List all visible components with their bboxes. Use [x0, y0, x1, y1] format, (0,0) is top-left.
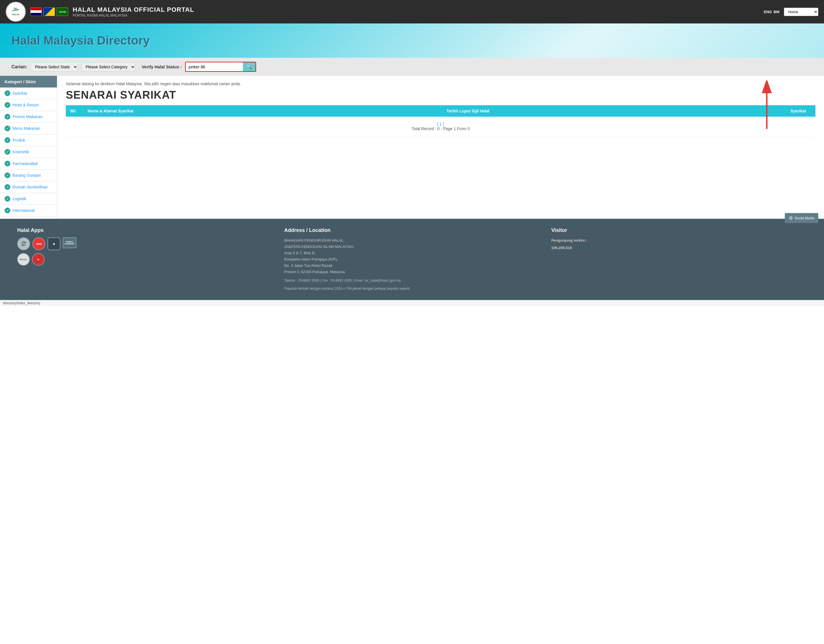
jakim-logo [43, 8, 55, 16]
col-bil: Bil [66, 105, 83, 117]
main-content: Kategori / Skim Syarikat Hotel & Resort … [0, 76, 824, 219]
social-media-button[interactable]: ⚙ Social Media [785, 213, 818, 223]
nav-home-select[interactable]: Home [784, 8, 818, 16]
app-icon-5: HALAL [17, 253, 30, 266]
sidebar-item-international[interactable]: International [0, 205, 57, 216]
check-icon-hotel [5, 102, 10, 108]
sidebar-item-barang[interactable]: Barang Gunaan [0, 170, 57, 181]
jakim-text: JAKIM [57, 8, 68, 16]
sidebar-item-rumah[interactable]: Rumah Sembelihan [0, 181, 57, 193]
results-title: SENARAI SYARIKAT [66, 89, 815, 101]
lang-eng-button[interactable]: ENG [764, 10, 772, 14]
sidebar-item-menu[interactable]: Menu Makanan [0, 123, 57, 134]
category-select[interactable]: Please Select Category [81, 62, 135, 72]
table-wrap: SENARAI SYARIKAT Bil Nama & Alamat Syari… [66, 89, 815, 136]
header-title-block: HALAL MALAYSIA OFFICIAL PORTAL PORTAL RA… [73, 6, 759, 17]
col-nama: Nama & Alamat Syarikat [83, 105, 442, 117]
app-icon-4: BURSASYARIKAT [63, 238, 76, 248]
check-icon-barang [5, 172, 10, 178]
sidebar-label-international: International [12, 208, 35, 213]
footer-display: Paparan terbaik dengan resolusi 1024 x 7… [284, 286, 540, 291]
portal-title: HALAL MALAYSIA OFFICIAL PORTAL [73, 6, 759, 14]
verify-input-wrap: 🔍 [185, 62, 256, 72]
status-bar: directory/index_directory [0, 300, 824, 306]
col-syarikat: Syarikat [781, 105, 815, 117]
app-icon-6: ♥ [32, 253, 45, 266]
sidebar-item-kosmetik[interactable]: Kosmetik [0, 146, 57, 158]
banner: Halal Malaysia Directory [0, 23, 824, 58]
sidebar-item-syarikat[interactable]: Syarikat [0, 87, 57, 99]
sidebar-item-premis[interactable]: Premis Makanan [0, 111, 57, 123]
app-icon-3: ◆ [48, 238, 60, 250]
check-icon-rumah [5, 184, 10, 190]
language-switcher: ENG BM [764, 10, 779, 14]
footer-contact: Telefon : 03-8892 5000 | Fax : 03-8892 5… [284, 278, 540, 284]
check-icon-international [5, 208, 10, 213]
sidebar-label-rumah: Rumah Sembelihan [12, 185, 48, 189]
total-record: Total Record : 0 - Page 1 From 0 [411, 126, 469, 131]
lang-bm-button[interactable]: BM [774, 10, 779, 14]
malaysia-flag [30, 8, 42, 16]
footer-visitor-label: Pengunjung terkini : [551, 238, 807, 244]
search-label: Carian: [11, 64, 27, 69]
pagination: [ 1 ] Total Record : 0 - Page 1 From 0 [71, 120, 811, 133]
check-icon-syarikat [5, 90, 10, 96]
portal-subtitle: PORTAL RASMI HALAL MALAYSIA [73, 14, 759, 17]
footer-visitor-count: 109,269,519 [551, 245, 807, 251]
results-area: Selamat datang ke direktori Halal Malays… [57, 76, 824, 219]
footer-apps-title: Halal Apps [17, 227, 273, 233]
sidebar-header: Kategori / Skim [0, 76, 57, 87]
sidebar-item-produk[interactable]: Produk [0, 134, 57, 146]
footer-address-text: BAHAGIAN PENGURUSAN HALAL, JABATAN KEMAJ… [284, 238, 540, 275]
verify-input[interactable] [186, 62, 243, 71]
gear-icon: ⚙ [789, 215, 793, 221]
sidebar-label-premis: Premis Makanan [12, 114, 43, 119]
footer-apps-row: حلالMY JKM ◆ BURSASYARIKAT [17, 238, 273, 250]
social-media-label: Social Media [795, 216, 814, 220]
footer-address-title: Address / Location [284, 227, 540, 233]
status-url: directory/index_directory [3, 301, 40, 305]
search-bar: Carian: Please Select State Please Selec… [0, 58, 824, 76]
sidebar-label-syarikat: Syarikat [12, 91, 27, 95]
check-icon-produk [5, 137, 10, 143]
sidebar-item-logistik[interactable]: Logistik [0, 193, 57, 205]
check-icon-menu [5, 126, 10, 131]
footer-visitor-title: Visitor [551, 227, 807, 233]
footer-address-col: Address / Location BAHAGIAN PENGURUSAN H… [284, 227, 540, 291]
page-1-link[interactable]: [ 1 ] [437, 122, 444, 126]
banner-title: Halal Malaysia Directory [11, 34, 150, 48]
sidebar-label-farma: Farmaseutikal [12, 161, 38, 166]
header: حلالHALAL JAKIM HALAL MALAYSIA OFFICIAL … [0, 0, 824, 23]
welcome-text: Selamat datang ke direktori Halal Malays… [66, 81, 815, 86]
footer-apps-col: Halal Apps حلالMY JKM ◆ BURSASYARIKAT HA… [17, 227, 273, 291]
halal-logo: حلالHALAL [6, 2, 26, 22]
col-tarikh: Tarikh Luput Sijil Halal [442, 105, 781, 117]
verify-label: Verify Halal Status : [141, 64, 182, 69]
check-icon-farma [5, 161, 10, 166]
sidebar-item-farma[interactable]: Farmaseutikal [0, 158, 57, 170]
sidebar-item-hotel[interactable]: Hotel & Resort [0, 99, 57, 111]
footer-apps-row2: HALAL ♥ [17, 253, 273, 266]
footer: ⚙ Social Media Halal Apps حلالMY JKM ◆ B… [0, 219, 824, 300]
sidebar-label-hotel: Hotel & Resort [12, 103, 38, 107]
sidebar-label-barang: Barang Gunaan [12, 173, 41, 178]
sidebar-label-menu: Menu Makanan [12, 126, 40, 131]
app-icon-2: JKM [32, 238, 45, 250]
header-flags: JAKIM [30, 8, 68, 16]
check-icon-kosmetik [5, 149, 10, 155]
footer-visitor-col: Visitor Pengunjung terkini : 109,269,519 [551, 227, 807, 291]
sidebar-label-kosmetik: Kosmetik [12, 150, 29, 154]
check-icon-premis [5, 114, 10, 120]
check-icon-logistik [5, 196, 10, 202]
header-nav: Home [784, 8, 818, 16]
results-table: Bil Nama & Alamat Syarikat Tarikh Luput … [66, 105, 815, 136]
sidebar: Kategori / Skim Syarikat Hotel & Resort … [0, 76, 57, 219]
app-icon-1: حلالMY [17, 238, 30, 250]
verify-search-button[interactable]: 🔍 [243, 62, 255, 71]
sidebar-label-produk: Produk [12, 138, 25, 143]
state-select[interactable]: Please Select State [31, 62, 78, 72]
sidebar-label-logistik: Logistik [12, 196, 26, 201]
